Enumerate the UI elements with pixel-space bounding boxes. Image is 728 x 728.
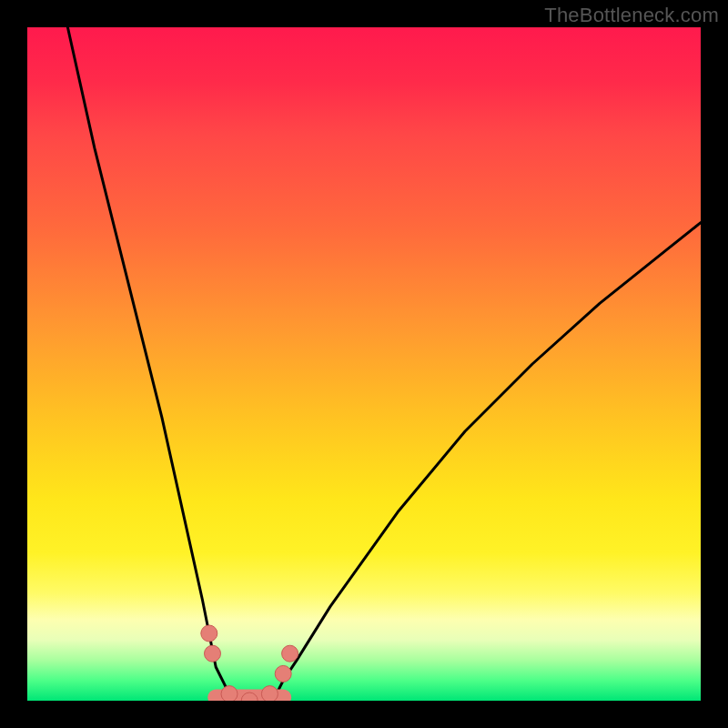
- background-gradient: [27, 27, 701, 701]
- plot-area: [27, 27, 701, 701]
- chart-frame: TheBottleneck.com: [0, 0, 728, 728]
- attribution-text: TheBottleneck.com: [544, 4, 719, 27]
